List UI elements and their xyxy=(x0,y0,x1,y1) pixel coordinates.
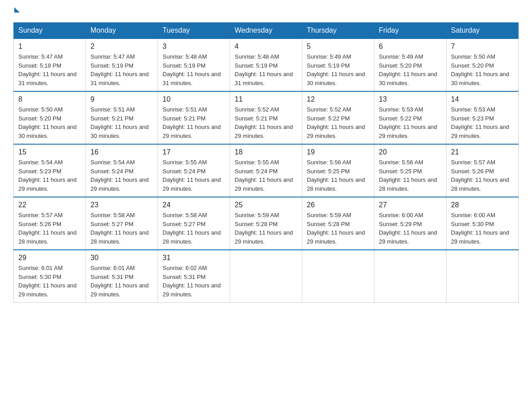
day-number: 10 xyxy=(163,95,225,103)
calendar-cell: 10 Sunrise: 5:51 AMSunset: 5:21 PMDaylig… xyxy=(158,91,230,144)
day-number: 1 xyxy=(18,43,81,51)
calendar-cell: 25 Sunrise: 5:59 AMSunset: 5:28 PMDaylig… xyxy=(230,197,302,250)
calendar-cell xyxy=(230,250,302,303)
calendar-table: SundayMondayTuesdayWednesdayThursdayFrid… xyxy=(13,22,519,303)
week-row-3: 15 Sunrise: 5:54 AMSunset: 5:23 PMDaylig… xyxy=(14,144,519,197)
day-info: Sunrise: 5:47 AMSunset: 5:18 PMDaylight:… xyxy=(18,52,81,87)
week-row-5: 29 Sunrise: 6:01 AMSunset: 5:30 PMDaylig… xyxy=(14,250,519,303)
column-header-thursday: Thursday xyxy=(302,23,374,39)
calendar-cell xyxy=(446,250,519,303)
day-number: 15 xyxy=(18,148,81,156)
day-number: 7 xyxy=(451,43,514,51)
day-info: Sunrise: 6:01 AMSunset: 5:30 PMDaylight:… xyxy=(18,264,81,299)
calendar-cell: 30 Sunrise: 6:01 AMSunset: 5:31 PMDaylig… xyxy=(86,250,158,303)
calendar-cell: 12 Sunrise: 5:52 AMSunset: 5:22 PMDaylig… xyxy=(302,91,374,144)
day-number: 27 xyxy=(379,201,442,209)
day-number: 17 xyxy=(163,148,225,156)
calendar-cell: 6 Sunrise: 5:49 AMSunset: 5:20 PMDayligh… xyxy=(374,39,446,91)
day-number: 23 xyxy=(90,201,153,209)
day-info: Sunrise: 6:00 AMSunset: 5:29 PMDaylight:… xyxy=(379,211,442,246)
day-number: 8 xyxy=(18,95,81,103)
logo-triangle-icon xyxy=(14,7,20,13)
logo xyxy=(13,9,20,14)
day-number: 2 xyxy=(90,43,153,51)
week-row-1: 1 Sunrise: 5:47 AMSunset: 5:18 PMDayligh… xyxy=(14,39,519,91)
page-header xyxy=(13,9,519,14)
calendar-cell: 9 Sunrise: 5:51 AMSunset: 5:21 PMDayligh… xyxy=(86,91,158,144)
day-number: 24 xyxy=(163,201,225,209)
calendar-cell: 28 Sunrise: 6:00 AMSunset: 5:30 PMDaylig… xyxy=(446,197,519,250)
column-header-monday: Monday xyxy=(86,23,158,39)
day-info: Sunrise: 5:48 AMSunset: 5:19 PMDaylight:… xyxy=(163,52,225,87)
day-info: Sunrise: 5:56 AMSunset: 5:25 PMDaylight:… xyxy=(307,158,369,193)
day-info: Sunrise: 5:55 AMSunset: 5:24 PMDaylight:… xyxy=(163,158,225,193)
day-number: 21 xyxy=(451,148,514,156)
calendar-cell: 18 Sunrise: 5:55 AMSunset: 5:24 PMDaylig… xyxy=(230,144,302,197)
day-info: Sunrise: 5:50 AMSunset: 5:20 PMDaylight:… xyxy=(18,105,81,140)
calendar-cell: 27 Sunrise: 6:00 AMSunset: 5:29 PMDaylig… xyxy=(374,197,446,250)
day-number: 6 xyxy=(379,43,442,51)
day-info: Sunrise: 5:56 AMSunset: 5:25 PMDaylight:… xyxy=(379,158,442,193)
calendar-cell: 22 Sunrise: 5:57 AMSunset: 5:26 PMDaylig… xyxy=(14,197,86,250)
calendar-cell: 13 Sunrise: 5:53 AMSunset: 5:22 PMDaylig… xyxy=(374,91,446,144)
day-info: Sunrise: 5:49 AMSunset: 5:19 PMDaylight:… xyxy=(307,52,369,87)
column-header-sunday: Sunday xyxy=(14,23,86,39)
day-number: 4 xyxy=(235,43,297,51)
calendar-cell: 23 Sunrise: 5:58 AMSunset: 5:27 PMDaylig… xyxy=(86,197,158,250)
day-number: 26 xyxy=(307,201,369,209)
calendar-cell: 17 Sunrise: 5:55 AMSunset: 5:24 PMDaylig… xyxy=(158,144,230,197)
calendar-cell: 26 Sunrise: 5:59 AMSunset: 5:28 PMDaylig… xyxy=(302,197,374,250)
calendar-cell: 24 Sunrise: 5:58 AMSunset: 5:27 PMDaylig… xyxy=(158,197,230,250)
day-info: Sunrise: 5:50 AMSunset: 5:20 PMDaylight:… xyxy=(451,52,514,87)
week-row-4: 22 Sunrise: 5:57 AMSunset: 5:26 PMDaylig… xyxy=(14,197,519,250)
calendar-cell: 8 Sunrise: 5:50 AMSunset: 5:20 PMDayligh… xyxy=(14,91,86,144)
day-number: 25 xyxy=(235,201,297,209)
calendar-cell: 5 Sunrise: 5:49 AMSunset: 5:19 PMDayligh… xyxy=(302,39,374,91)
calendar-cell: 2 Sunrise: 5:47 AMSunset: 5:19 PMDayligh… xyxy=(86,39,158,91)
calendar-cell xyxy=(302,250,374,303)
calendar-cell: 31 Sunrise: 6:02 AMSunset: 5:31 PMDaylig… xyxy=(158,250,230,303)
day-number: 12 xyxy=(307,95,369,103)
calendar-cell: 19 Sunrise: 5:56 AMSunset: 5:25 PMDaylig… xyxy=(302,144,374,197)
day-number: 30 xyxy=(90,254,153,262)
day-info: Sunrise: 5:51 AMSunset: 5:21 PMDaylight:… xyxy=(163,105,225,140)
day-info: Sunrise: 6:00 AMSunset: 5:30 PMDaylight:… xyxy=(451,211,514,246)
day-info: Sunrise: 5:51 AMSunset: 5:21 PMDaylight:… xyxy=(90,105,153,140)
day-info: Sunrise: 5:59 AMSunset: 5:28 PMDaylight:… xyxy=(235,211,297,246)
day-info: Sunrise: 5:54 AMSunset: 5:23 PMDaylight:… xyxy=(18,158,81,193)
day-info: Sunrise: 5:52 AMSunset: 5:22 PMDaylight:… xyxy=(307,105,369,140)
day-info: Sunrise: 5:58 AMSunset: 5:27 PMDaylight:… xyxy=(90,211,153,246)
calendar-cell: 1 Sunrise: 5:47 AMSunset: 5:18 PMDayligh… xyxy=(14,39,86,91)
day-info: Sunrise: 5:47 AMSunset: 5:19 PMDaylight:… xyxy=(90,52,153,87)
day-number: 20 xyxy=(379,148,442,156)
day-info: Sunrise: 5:53 AMSunset: 5:23 PMDaylight:… xyxy=(451,105,514,140)
day-number: 22 xyxy=(18,201,81,209)
day-number: 18 xyxy=(235,148,297,156)
calendar-cell: 16 Sunrise: 5:54 AMSunset: 5:24 PMDaylig… xyxy=(86,144,158,197)
calendar-cell: 11 Sunrise: 5:52 AMSunset: 5:21 PMDaylig… xyxy=(230,91,302,144)
day-info: Sunrise: 5:52 AMSunset: 5:21 PMDaylight:… xyxy=(235,105,297,140)
calendar-cell: 4 Sunrise: 5:48 AMSunset: 5:19 PMDayligh… xyxy=(230,39,302,91)
calendar-cell: 7 Sunrise: 5:50 AMSunset: 5:20 PMDayligh… xyxy=(446,39,519,91)
day-info: Sunrise: 5:49 AMSunset: 5:20 PMDaylight:… xyxy=(379,52,442,87)
day-number: 13 xyxy=(379,95,442,103)
calendar-header-row: SundayMondayTuesdayWednesdayThursdayFrid… xyxy=(14,23,519,39)
day-number: 3 xyxy=(163,43,225,51)
calendar-cell: 20 Sunrise: 5:56 AMSunset: 5:25 PMDaylig… xyxy=(374,144,446,197)
day-number: 31 xyxy=(163,254,225,262)
calendar-cell: 29 Sunrise: 6:01 AMSunset: 5:30 PMDaylig… xyxy=(14,250,86,303)
week-row-2: 8 Sunrise: 5:50 AMSunset: 5:20 PMDayligh… xyxy=(14,91,519,144)
day-info: Sunrise: 5:57 AMSunset: 5:26 PMDaylight:… xyxy=(451,158,514,193)
calendar-cell: 15 Sunrise: 5:54 AMSunset: 5:23 PMDaylig… xyxy=(14,144,86,197)
day-number: 19 xyxy=(307,148,369,156)
day-info: Sunrise: 5:59 AMSunset: 5:28 PMDaylight:… xyxy=(307,211,369,246)
column-header-friday: Friday xyxy=(374,23,446,39)
day-info: Sunrise: 6:02 AMSunset: 5:31 PMDaylight:… xyxy=(163,264,225,299)
column-header-wednesday: Wednesday xyxy=(230,23,302,39)
column-header-saturday: Saturday xyxy=(446,23,519,39)
day-info: Sunrise: 6:01 AMSunset: 5:31 PMDaylight:… xyxy=(90,264,153,299)
day-number: 28 xyxy=(451,201,514,209)
calendar-cell: 14 Sunrise: 5:53 AMSunset: 5:23 PMDaylig… xyxy=(446,91,519,144)
day-number: 14 xyxy=(451,95,514,103)
day-number: 5 xyxy=(307,43,369,51)
